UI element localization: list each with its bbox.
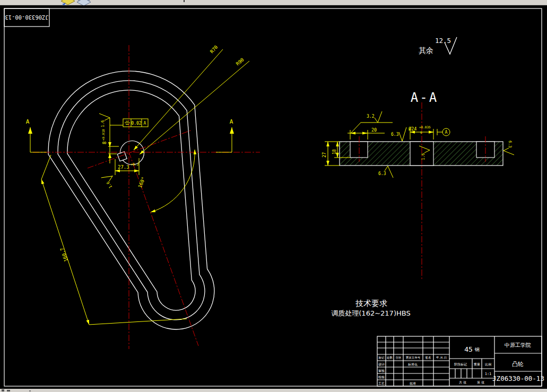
bottom-strip	[0, 389, 547, 392]
row-label: 审核	[378, 369, 385, 372]
dim-27-value: 27	[322, 152, 327, 158]
header-stage: 阶段标记	[454, 362, 467, 367]
datum-letter: A	[445, 130, 448, 135]
rev-label: 更改文件号	[406, 356, 421, 359]
org-name: 中原工学院	[505, 342, 531, 348]
cad-application-window: JZ06330-00-13 A A	[0, 0, 547, 392]
sheet-label: 第 张	[477, 380, 484, 385]
keyway-width-value: 8	[102, 142, 107, 144]
keyway-depth-tol: +0.2	[131, 162, 139, 167]
section-letter-right: A	[230, 118, 233, 125]
roughness-63-right-value: 6.3	[508, 141, 513, 148]
hole-dia-value: Ø24	[409, 126, 416, 132]
cad-canvas[interactable]: JZ06330-00-13 A A	[0, 0, 547, 392]
row-label-standardization: 标准化	[407, 362, 418, 367]
roughness-16-value: 1.6	[421, 153, 426, 160]
general-roughness-value: 12.5	[435, 37, 451, 45]
row-label: 设计	[378, 362, 385, 366]
bottom-glyph	[2, 389, 4, 391]
part-name: 凸轮	[512, 361, 524, 368]
tech-line1: 调质处理(162~217)HBS	[331, 309, 410, 317]
keyway-width-tol: +0.018	[101, 129, 105, 141]
rev-label: 年.月.日	[436, 356, 447, 360]
stamp-number: JZ06330-00-13	[5, 14, 48, 21]
row-label: 工艺	[378, 381, 385, 385]
fcf-datum: A	[144, 121, 146, 126]
material-number: 45	[464, 345, 473, 353]
rev-label: 签名	[426, 356, 431, 360]
scale-value: 1:1	[485, 372, 492, 376]
rev-label: 标记	[378, 356, 385, 360]
hole-tol-lower: 0	[420, 130, 422, 134]
cam-roughness-1: 1.6	[100, 120, 105, 127]
keyway-depth-value: 27.3	[118, 164, 129, 170]
section-letter-left: A	[26, 118, 30, 125]
tech-title: 技术要求	[355, 299, 387, 308]
drawing-number: JZ06330-00-13	[492, 374, 544, 382]
general-roughness-label: 其余	[419, 46, 433, 55]
sheets-label: 共 张	[459, 380, 466, 385]
bottom-glyph	[7, 390, 10, 391]
bottom-glyph	[29, 390, 31, 391]
rev-label: 处数	[387, 356, 393, 360]
section-title: A-A	[411, 90, 438, 105]
roughness-32-value: 3.2	[367, 114, 375, 119]
dim-20-value: 20	[371, 127, 377, 133]
drawing-background	[0, 5, 547, 389]
fcf-value: 0.02	[131, 121, 141, 126]
rev-label: 分区	[396, 356, 402, 359]
material-suffix: 钢	[475, 347, 480, 352]
header-weight: 重量	[473, 362, 480, 366]
roughness-63-bottom-value: 6.3	[378, 171, 386, 176]
toolbar-strip	[0, 0, 547, 6]
row-label: 校核	[378, 375, 385, 379]
hole-tol-upper: +0.035	[419, 125, 431, 129]
header-scale: 比例	[485, 362, 491, 367]
row-label-approve: 批准	[410, 381, 416, 386]
roughness-63-top-value: 6.3	[391, 132, 399, 137]
dim-18-value: 18	[332, 149, 337, 154]
toolbar-tick	[184, 0, 185, 2]
